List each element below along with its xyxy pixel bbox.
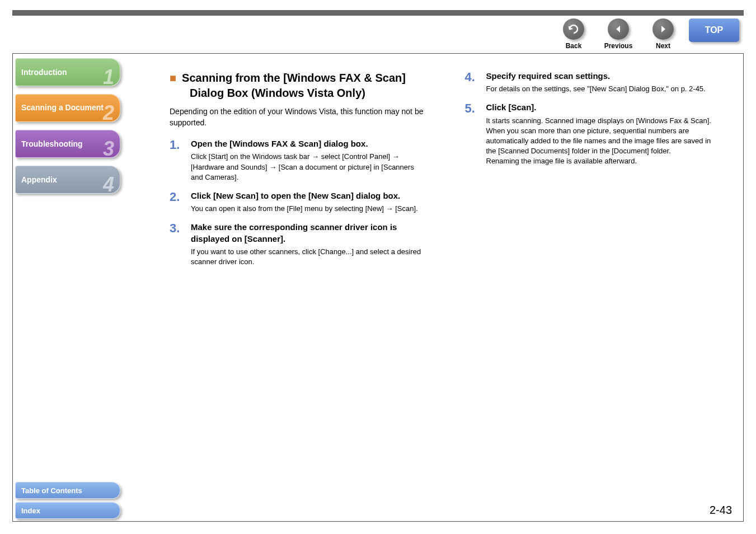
step-number: 5. bbox=[465, 102, 486, 166]
step-description: You can open it also from the [File] men… bbox=[191, 204, 426, 214]
step-number: 3. bbox=[170, 222, 191, 267]
back-label: Back bbox=[566, 42, 582, 50]
top-accent-bar bbox=[12, 10, 744, 16]
step-4: 4. Specify required scan settings. For d… bbox=[465, 71, 721, 94]
step-5: 5. Click [Scan]. It starts scanning. Sca… bbox=[465, 102, 721, 166]
step-heading: Make sure the corresponding scanner driv… bbox=[191, 222, 426, 245]
previous-icon bbox=[608, 18, 629, 40]
step-description: For details on the settings, see "[New S… bbox=[486, 84, 721, 94]
top-nav-buttons: Back Previous Next TOP bbox=[555, 18, 739, 50]
sidebar-item-number: 4 bbox=[103, 173, 114, 196]
sidebar-item-introduction[interactable]: Introduction 1 bbox=[15, 58, 120, 86]
sidebar-item-number: 1 bbox=[103, 65, 114, 89]
intro-text: Depending on the edition of your Windows… bbox=[170, 106, 426, 128]
index-button[interactable]: Index bbox=[15, 502, 120, 519]
sidebar-nav: Introduction 1 Scanning a Document 2 Tro… bbox=[15, 58, 120, 202]
step-description: Click [Start] on the Windows task bar → … bbox=[191, 152, 426, 182]
previous-button[interactable]: Previous bbox=[599, 18, 637, 50]
sidebar-item-label: Appendix bbox=[21, 175, 57, 184]
step-heading: Click [New Scan] to open the [New Scan] … bbox=[191, 190, 426, 202]
step-number: 2. bbox=[170, 190, 191, 214]
sidebar-item-label: Introduction bbox=[21, 68, 67, 77]
sidebar-item-label: Scanning a Document bbox=[21, 103, 104, 113]
left-column: ■Scanning from the [Windows FAX & Scan] … bbox=[170, 71, 426, 275]
sidebar-item-troubleshooting[interactable]: Troubleshooting 3 bbox=[15, 130, 120, 158]
toc-label: Table of Contents bbox=[21, 486, 82, 495]
previous-label: Previous bbox=[604, 42, 633, 50]
page-border: Introduction 1 Scanning a Document 2 Tro… bbox=[12, 53, 744, 522]
section-title-text: Scanning from the [Windows FAX & Scan] D… bbox=[182, 72, 406, 99]
top-label: TOP bbox=[705, 25, 724, 35]
index-label: Index bbox=[21, 507, 40, 515]
step-heading: Click [Scan]. bbox=[486, 102, 721, 113]
next-button[interactable]: Next bbox=[644, 18, 682, 50]
top-button[interactable]: TOP bbox=[689, 18, 739, 42]
next-label: Next bbox=[656, 42, 670, 50]
step-heading: Specify required scan settings. bbox=[486, 71, 721, 82]
section-title: ■Scanning from the [Windows FAX & Scan] … bbox=[170, 71, 426, 101]
sidebar-item-number: 2 bbox=[103, 101, 114, 125]
back-icon bbox=[563, 18, 584, 40]
sidebar-item-scanning[interactable]: Scanning a Document 2 bbox=[15, 94, 120, 122]
step-number: 1. bbox=[170, 138, 191, 182]
main-content: ■Scanning from the [Windows FAX & Scan] … bbox=[170, 71, 721, 275]
step-number: 4. bbox=[465, 71, 486, 94]
right-column: 4. Specify required scan settings. For d… bbox=[465, 71, 721, 275]
page-number: 2-43 bbox=[710, 504, 732, 517]
step-description: If you want to use other scanners, click… bbox=[191, 247, 426, 267]
step-heading: Open the [Windows FAX & Scan] dialog box… bbox=[191, 138, 426, 149]
sidebar-item-number: 3 bbox=[103, 137, 114, 161]
next-icon bbox=[652, 18, 674, 40]
sidebar-item-label: Troubleshooting bbox=[21, 139, 83, 148]
sidebar-item-appendix[interactable]: Appendix 4 bbox=[15, 166, 120, 194]
toc-button[interactable]: Table of Contents bbox=[15, 482, 120, 499]
back-button[interactable]: Back bbox=[555, 18, 593, 50]
step-3: 3. Make sure the corresponding scanner d… bbox=[170, 222, 426, 267]
step-1: 1. Open the [Windows FAX & Scan] dialog … bbox=[170, 138, 426, 182]
step-2: 2. Click [New Scan] to open the [New Sca… bbox=[170, 190, 426, 214]
step-description: It starts scanning. Scanned image displa… bbox=[486, 116, 721, 167]
bullet-icon: ■ bbox=[170, 72, 176, 84]
bottom-links: Table of Contents Index bbox=[15, 479, 120, 519]
